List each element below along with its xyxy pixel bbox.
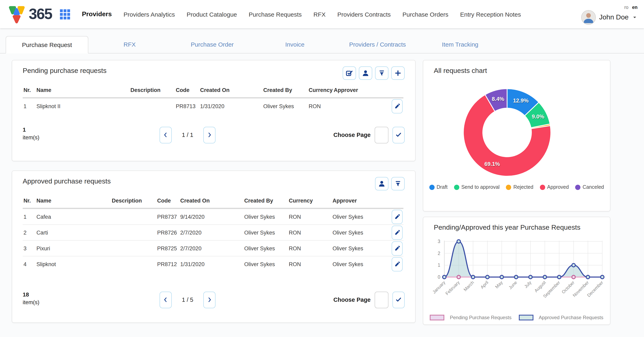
pending-requests-table: Nr.NameDescriptionCodeCreated OnCreated … [23, 85, 404, 114]
pending-card-toolbar [343, 66, 405, 80]
chevron-right-icon [206, 132, 213, 138]
next-page-button[interactable] [203, 292, 216, 308]
nav-item-product-catalogue[interactable]: Product Catalogue [187, 11, 237, 18]
next-page-button[interactable] [203, 126, 216, 143]
tab-purchase-request[interactable]: Purchase Request [6, 36, 88, 54]
approved-data-point [471, 276, 475, 279]
nav-item-providers-analytics[interactable]: Providers Analytics [124, 11, 175, 18]
apps-grid-button[interactable] [59, 8, 71, 20]
legend-item-rejected[interactable]: Rejected [506, 184, 534, 190]
cell-currency: RON [288, 208, 332, 224]
edit-button[interactable] [392, 210, 402, 224]
select-check-button[interactable] [343, 66, 356, 80]
previous-page-button[interactable] [160, 292, 172, 308]
donut-slice-label: 8.4% [492, 96, 504, 102]
approved-requests-table: Nr.NameDescriptionCodeCreated OnCreated … [23, 195, 404, 272]
legend-item-draft[interactable]: Draft [429, 184, 448, 190]
choose-page-input[interactable] [375, 292, 388, 308]
x-axis-month-label: July [523, 280, 532, 289]
cell-created-on: 2/7/2020 [180, 240, 244, 256]
cell-description [111, 208, 156, 224]
legend-item-approved-purchase-requests[interactable]: Approved Purchase Requests [519, 315, 604, 320]
items-count: 18 item(s) [23, 291, 40, 306]
language-en[interactable]: en [632, 5, 638, 10]
legend-item-canceled[interactable]: Canceled [575, 184, 604, 190]
tab-providers-contracts[interactable]: Providers / Contracts [336, 36, 419, 53]
language-ro[interactable]: ro [624, 5, 628, 10]
cell-created-by: Oliver Sykes [244, 224, 288, 240]
y-axis-tick-label: 1 [438, 262, 440, 268]
column-header-created-on: Created On [180, 195, 244, 208]
x-axis-month-label: June [508, 280, 518, 290]
caret-down-icon [632, 14, 638, 20]
legend-label: Approved [547, 184, 569, 190]
go-to-page-button[interactable] [392, 126, 405, 143]
pending-requests-card: Pending purchase requests Nr.NameDescrip… [12, 60, 416, 161]
top-right-area: ro en John Doe [581, 4, 638, 25]
go-to-page-button[interactable] [392, 292, 405, 308]
nav-item-rfx[interactable]: RFX [314, 11, 326, 18]
edit-button[interactable] [392, 241, 402, 256]
top-navigation-bar: 365 ProvidersProviders AnalyticsProduct … [0, 0, 644, 28]
cell-code: PR8725 [156, 240, 180, 256]
person-button[interactable] [375, 177, 388, 190]
user-name: John Doe [599, 13, 628, 22]
cell-created-on: 9/14/2020 [180, 208, 244, 224]
avatar [581, 10, 596, 25]
nav-item-providers-contracts[interactable]: Providers Contracts [338, 11, 391, 18]
cell-nr: 1 [23, 208, 36, 224]
legend-item-approved[interactable]: Approved [540, 184, 569, 190]
donut-slice-label: 12.9% [513, 98, 529, 104]
tab-purchase-order[interactable]: Purchase Order [171, 36, 254, 53]
previous-page-button[interactable] [160, 126, 172, 143]
legend-label: Rejected [514, 184, 534, 190]
legend-label: Send to approval [461, 184, 500, 190]
nav-item-providers[interactable]: Providers [82, 10, 112, 18]
legend-color-dot [454, 184, 459, 190]
add-icon [394, 69, 402, 77]
nav-item-entry-reception-notes[interactable]: Entry Reception Notes [460, 11, 521, 18]
tab-rfx[interactable]: RFX [88, 36, 171, 53]
tab-item-tracking[interactable]: Item Tracking [419, 36, 502, 53]
approved-data-point [486, 276, 489, 279]
edit-button[interactable] [392, 226, 402, 240]
legend-label: Pending Purchase Requests [450, 315, 511, 320]
items-count-label: item(s) [23, 298, 40, 306]
cell-actions [379, 256, 404, 272]
legend-item-pending-purchase-requests[interactable]: Pending Purchase Requests [430, 315, 512, 320]
add-button[interactable] [391, 66, 405, 80]
approved-data-point [514, 276, 518, 279]
column-header-created-by: Created By [244, 195, 288, 208]
table-row: 1CafeaPR87379/14/2020Oliver SykesRONOliv… [23, 208, 404, 224]
x-axis-month-label: March [462, 280, 475, 292]
chevron-left-icon [162, 296, 169, 303]
edit-button[interactable] [392, 99, 402, 113]
legend-label: Draft [436, 184, 448, 190]
pending-data-point [457, 276, 460, 279]
approved-card-title: Approved purchase requests [23, 178, 111, 186]
column-header-nr: Nr. [23, 85, 36, 98]
y-axis-tick-label: 3 [438, 239, 440, 244]
legend-label: Approved Purchase Requests [539, 315, 603, 320]
nav-item-purchase-orders[interactable]: Purchase Orders [402, 11, 448, 18]
cell-approver [333, 98, 379, 114]
nav-item-purchase-requests[interactable]: Purchase Requests [249, 11, 302, 18]
cell-name: Pixuri [36, 240, 111, 256]
cell-approver: Oliver Sykes [332, 240, 379, 256]
edit-button[interactable] [392, 257, 402, 271]
page: 365 ProvidersProviders AnalyticsProduct … [0, 0, 644, 337]
filter-button[interactable] [375, 66, 388, 80]
choose-page-input[interactable] [375, 126, 388, 143]
tab-invoice[interactable]: Invoice [254, 36, 336, 53]
cell-created-by: Oliver Sykes [244, 240, 288, 256]
cell-approver: Oliver Sykes [332, 224, 379, 240]
legend-item-send-to-approval[interactable]: Send to approval [454, 184, 500, 190]
column-header-actions [379, 85, 404, 98]
user-menu[interactable]: John Doe [581, 10, 638, 25]
legend-color-dot [506, 184, 511, 190]
approved-data-point [543, 276, 546, 279]
column-header-name: Name [36, 85, 130, 98]
filter-button[interactable] [391, 177, 405, 190]
person-button[interactable] [359, 66, 372, 80]
pencil-icon [394, 245, 400, 251]
